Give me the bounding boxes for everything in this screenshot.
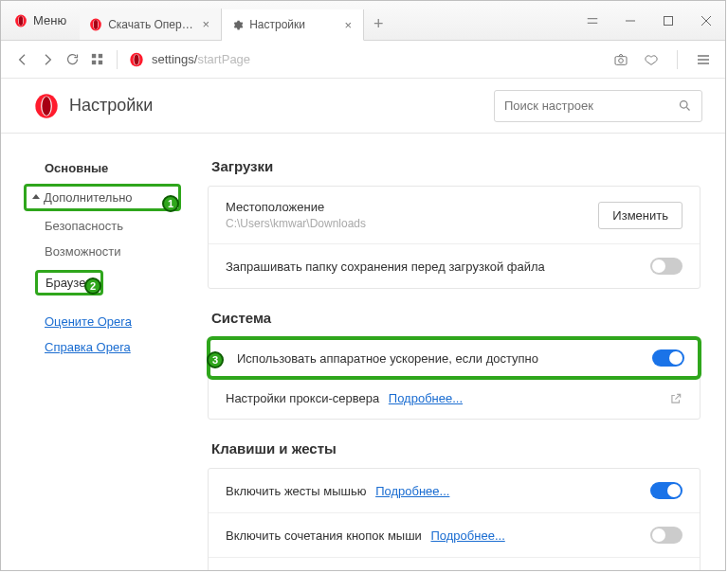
settings-search[interactable] bbox=[494, 90, 702, 122]
proxy-more-link[interactable]: Подробнее... bbox=[389, 391, 463, 405]
mouse-combo-row[interactable]: Включить сочетания кнопок мыши Подробнее… bbox=[209, 513, 700, 558]
tabs-row: Скачать Опера для компь × Настройки × + bbox=[80, 1, 573, 40]
mouse-combo-label: Включить сочетания кнопок мыши bbox=[226, 528, 422, 543]
sidebar-link-rate: Оцените Opera bbox=[1, 309, 191, 334]
reload-button[interactable] bbox=[64, 51, 81, 68]
sidebar-link-help: Справка Opera bbox=[1, 334, 191, 360]
svg-point-18 bbox=[42, 97, 50, 116]
svg-rect-7 bbox=[91, 54, 95, 58]
proxy-settings-row[interactable]: Настройки прокси-сервера Подробнее... bbox=[209, 378, 700, 419]
gear-icon bbox=[231, 19, 244, 31]
annotation-badge-3: 3 bbox=[207, 351, 224, 368]
opera-icon bbox=[89, 18, 102, 31]
annotation-badge-1: 1 bbox=[162, 195, 179, 212]
url-prefix: settings/ bbox=[152, 52, 197, 66]
sidebar-item-features[interactable]: Возможности bbox=[1, 239, 191, 264]
proxy-label: Настройки прокси-сервера bbox=[226, 391, 379, 405]
keys-card: Включить жесты мышью Подробнее... Включи… bbox=[208, 468, 701, 570]
hw-accel-toggle[interactable] bbox=[652, 349, 684, 367]
tab-label: Скачать Опера для компь bbox=[108, 18, 194, 31]
opera-icon bbox=[14, 14, 27, 27]
page-title: Настройки bbox=[69, 96, 153, 116]
tab-menu-button[interactable] bbox=[573, 1, 611, 40]
svg-rect-10 bbox=[98, 61, 101, 64]
svg-rect-9 bbox=[91, 61, 95, 64]
downloads-card: Местоположение C:\Users\kmwar\Downloads … bbox=[208, 186, 701, 289]
opera-logo-icon bbox=[33, 93, 60, 119]
divider bbox=[677, 50, 678, 69]
minimize-button[interactable] bbox=[611, 1, 649, 41]
mouse-gestures-row[interactable]: Включить жесты мышью Подробнее... bbox=[209, 469, 700, 513]
mouse-gestures-toggle[interactable] bbox=[650, 482, 682, 499]
svg-point-2 bbox=[19, 16, 24, 26]
maximize-button[interactable] bbox=[649, 1, 687, 41]
ask-folder-label: Запрашивать папку сохранения перед загру… bbox=[226, 260, 650, 274]
svg-point-15 bbox=[619, 58, 624, 63]
svg-point-5 bbox=[94, 20, 99, 29]
svg-rect-6 bbox=[664, 16, 673, 25]
sidebar: Основные Дополнительно 1 Безопасность Во… bbox=[1, 134, 191, 570]
location-label: Местоположение bbox=[226, 200, 598, 214]
change-location-button[interactable]: Изменить bbox=[598, 202, 682, 229]
address-bar: settings/startPage bbox=[1, 41, 725, 79]
external-link-icon bbox=[669, 392, 682, 405]
section-title-system: Система bbox=[211, 310, 701, 326]
menu-label: Меню bbox=[33, 13, 66, 27]
section-title-keys: Клавиши и жесты bbox=[211, 440, 701, 457]
mouse-combo-toggle[interactable] bbox=[650, 527, 682, 544]
mouse-gestures-more-link[interactable]: Подробнее... bbox=[375, 484, 449, 498]
opera-help-link[interactable]: Справка Opera bbox=[45, 340, 131, 354]
svg-point-19 bbox=[681, 101, 688, 109]
svg-point-13 bbox=[134, 54, 138, 64]
hw-accel-label: Использовать аппаратное ускорение, если … bbox=[224, 351, 652, 366]
url-field[interactable]: settings/startPage bbox=[152, 52, 250, 66]
ask-folder-toggle[interactable] bbox=[650, 258, 682, 275]
close-tab-icon[interactable]: × bbox=[201, 17, 212, 31]
tab-download-opera[interactable]: Скачать Опера для компь × bbox=[80, 9, 222, 40]
rate-opera-link[interactable]: Оцените Opera bbox=[45, 314, 132, 329]
system-card: 3 Использовать аппаратное ускорение, есл… bbox=[208, 337, 701, 420]
sidebar-item-main[interactable]: Основные bbox=[1, 154, 191, 182]
ask-folder-row[interactable]: Запрашивать папку сохранения перед загру… bbox=[209, 244, 700, 288]
hardware-acceleration-row[interactable]: 3 Использовать аппаратное ускорение, есл… bbox=[207, 336, 701, 380]
tab-settings[interactable]: Настройки × bbox=[222, 9, 364, 41]
sidebar-item-advanced[interactable]: Дополнительно bbox=[24, 184, 181, 211]
search-input[interactable] bbox=[504, 98, 678, 113]
settings-content: Загрузки Местоположение C:\Users\kmwar\D… bbox=[191, 134, 725, 570]
url-suffix: startPage bbox=[197, 52, 250, 66]
window-controls bbox=[611, 1, 725, 40]
back-button[interactable] bbox=[14, 51, 31, 68]
opera-menu-button[interactable]: Меню bbox=[1, 1, 80, 40]
search-icon bbox=[678, 98, 692, 113]
tab-menu-icon bbox=[586, 14, 599, 27]
svg-rect-8 bbox=[98, 54, 101, 58]
mouse-gestures-label: Включить жесты мышью bbox=[226, 484, 367, 498]
tab-label: Настройки bbox=[249, 18, 337, 31]
location-value: C:\Users\kmwar\Downloads bbox=[226, 217, 598, 230]
close-tab-icon[interactable]: × bbox=[343, 18, 355, 32]
annotation-badge-2: 2 bbox=[84, 278, 101, 295]
forward-button[interactable] bbox=[39, 51, 56, 68]
speed-dial-button[interactable] bbox=[88, 51, 105, 68]
close-button[interactable] bbox=[687, 1, 725, 41]
download-location-row: Местоположение C:\Users\kmwar\Downloads … bbox=[209, 187, 700, 244]
titlebar: Меню Скачать Опера для компь × Настройки… bbox=[1, 1, 725, 41]
settings-header: Настройки bbox=[1, 79, 725, 134]
extra-keys-row[interactable]: Включить дополнительные сочетания клавиш… bbox=[209, 558, 700, 570]
browser-window: Меню Скачать Опера для компь × Настройки… bbox=[0, 0, 726, 571]
section-title-downloads: Загрузки bbox=[211, 158, 701, 174]
snapshot-button[interactable] bbox=[612, 51, 629, 68]
bookmark-button[interactable] bbox=[643, 51, 660, 68]
mouse-combo-more-link[interactable]: Подробнее... bbox=[430, 528, 504, 543]
svg-rect-14 bbox=[615, 56, 627, 64]
easy-setup-button[interactable] bbox=[695, 51, 712, 68]
settings-body: Основные Дополнительно 1 Безопасность Во… bbox=[1, 134, 725, 570]
opera-icon bbox=[129, 52, 144, 67]
new-tab-button[interactable]: + bbox=[364, 9, 392, 40]
divider bbox=[117, 50, 118, 69]
sidebar-item-security[interactable]: Безопасность bbox=[1, 213, 191, 239]
